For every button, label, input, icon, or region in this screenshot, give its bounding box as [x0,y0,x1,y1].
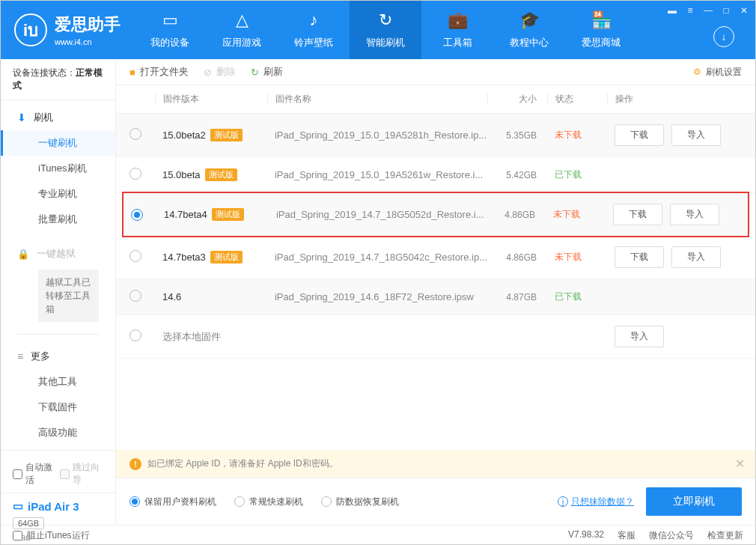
download-button[interactable]: 下载 [615,124,664,146]
import-button[interactable]: 导入 [670,204,719,225]
only-erase-link[interactable]: i只想抹除数据？ [558,496,634,508]
nav-0[interactable]: ▭我的设备 [134,1,206,59]
nav-icon: 🏪 [591,10,612,30]
content: ■打开文件夹 ⊘删除 ↻刷新 ⚙刷机设置 固件版本 固件名称 大小 状态 操作 … [116,59,755,525]
skip-guide-checkbox[interactable]: 跳过向导 [60,461,103,487]
maximize-icon[interactable]: □ [721,5,731,16]
row-radio[interactable] [129,329,141,341]
window-controls: ▬ ≡ — □ ✕ [667,5,749,16]
sidebar-item[interactable]: 一键刷机 [1,130,115,156]
sidebar-group-flash[interactable]: ⬇ 刷机 [1,105,115,130]
nav-2[interactable]: ♪铃声壁纸 [278,1,350,59]
check-update-link[interactable]: 检查更新 [707,529,743,542]
delete-icon: ⊘ [204,67,212,78]
table-row[interactable]: 15.0beta2测试版iPad_Spring_2019_15.0_19A528… [116,114,755,157]
import-button[interactable]: 导入 [671,246,721,268]
flash-now-button[interactable]: 立即刷机 [646,487,742,516]
version-label: V7.98.32 [568,529,604,542]
table-row[interactable]: 14.7beta4测试版iPad_Spring_2019_14.7_18G505… [122,192,749,237]
main-nav: ▭我的设备△应用游戏♪铃声壁纸↻智能刷机💼工具箱🎓教程中心🏪爱思商城 [134,1,637,59]
option-anti-loss[interactable]: 防数据恢复刷机 [321,496,399,508]
option-normal-fast[interactable]: 常规快速刷机 [234,496,303,508]
block-itunes-checkbox[interactable]: 阻止iTunes运行 [13,529,90,542]
options-bar: 保留用户资料刷机 常规快速刷机 防数据恢复刷机 i只想抹除数据？ 立即刷机 [116,478,755,525]
more-icon: ≡ [17,350,23,362]
nav-icon: ♪ [310,10,318,30]
nav-icon: △ [236,10,249,30]
option-keep-data[interactable]: 保留用户资料刷机 [129,496,216,508]
jailbreak-note: 越狱工具已转移至工具箱 [38,270,99,322]
auto-activate-checkbox[interactable]: 自动激活 [13,461,55,487]
sidebar-item[interactable]: 批量刷机 [1,207,115,232]
toolbar: ■打开文件夹 ⊘删除 ↻刷新 ⚙刷机设置 [116,59,755,85]
nav-icon: 💼 [448,10,468,30]
device-name: ▭ iPad Air 3 [13,499,103,513]
device-icon: ▭ [13,499,23,513]
table-row[interactable]: 14.6iPad_Spring_2019_14.6_18F72_Restore.… [116,279,755,315]
flash-icon: ⬇ [17,112,26,124]
table-row-local[interactable]: 选择本地固件导入 [116,315,755,359]
app-url: www.i4.cn [55,37,121,46]
wechat-link[interactable]: 微信公众号 [649,529,694,542]
download-button[interactable]: ↓ [713,26,734,47]
minimize-icon[interactable]: — [703,5,713,16]
gear-icon: ⚙ [693,67,701,77]
warning-bar: ! 如已绑定 Apple ID，请准备好 Apple ID和密码。 ✕ [116,450,755,478]
folder-icon: ■ [129,67,135,78]
warning-icon: ! [129,458,141,470]
close-icon[interactable]: ✕ [739,5,749,16]
sidebar: 设备连接状态：正常模式 ⬇ 刷机 一键刷机iTunes刷机专业刷机批量刷机 🔒 … [1,59,116,525]
refresh-button[interactable]: ↻刷新 [251,65,283,79]
warning-close-button[interactable]: ✕ [735,457,745,471]
table-header: 固件版本 固件名称 大小 状态 操作 [116,85,755,114]
nav-icon: ↻ [379,10,392,30]
tshirt-icon[interactable]: ▬ [667,5,677,16]
refresh-icon: ↻ [251,67,259,78]
menu-icon[interactable]: ≡ [685,5,695,16]
sidebar-item[interactable]: 其他工具 [1,369,115,395]
download-button[interactable]: 下载 [615,246,664,268]
table-row[interactable]: 15.0beta测试版iPad_Spring_2019_15.0_19A5261… [116,157,755,193]
delete-button[interactable]: ⊘删除 [204,65,236,79]
app-logo: iบ 爱思助手 www.i4.cn [1,13,134,46]
sidebar-group-more[interactable]: ≡ 更多 [1,344,115,369]
sidebar-item[interactable]: 下载固件 [1,395,115,420]
row-radio[interactable] [129,250,141,262]
import-button[interactable]: 导入 [615,326,664,347]
lock-icon: 🔒 [17,249,29,260]
logo-icon: iบ [14,13,47,46]
nav-6[interactable]: 🏪爱思商城 [565,1,637,59]
sidebar-item[interactable]: 高级功能 [1,420,115,445]
nav-4[interactable]: 💼工具箱 [421,1,493,59]
download-button[interactable]: 下载 [613,204,662,225]
sidebar-item[interactable]: 专业刷机 [1,181,115,207]
app-header: iบ 爱思助手 www.i4.cn ▭我的设备△应用游戏♪铃声壁纸↻智能刷机💼工… [1,1,755,59]
flash-settings-button[interactable]: ⚙刷机设置 [693,66,742,79]
import-button[interactable]: 导入 [671,124,721,146]
sidebar-group-jailbreak: 🔒 一键越狱 [1,241,115,267]
connection-status: 设备连接状态：正常模式 [1,59,115,100]
info-icon: i [558,496,568,507]
row-radio[interactable] [129,128,141,140]
storage-badge: 64GB [13,517,44,529]
nav-icon: ▭ [162,10,178,30]
sidebar-item[interactable]: iTunes刷机 [1,156,115,181]
app-name: 爱思助手 [55,13,121,36]
nav-1[interactable]: △应用游戏 [206,1,278,59]
nav-5[interactable]: 🎓教程中心 [493,1,565,59]
service-link[interactable]: 客服 [618,529,635,542]
row-radio[interactable] [131,209,143,221]
row-radio[interactable] [129,168,141,180]
nav-3[interactable]: ↻智能刷机 [350,1,421,59]
row-radio[interactable] [129,290,141,302]
table-row[interactable]: 14.7beta3测试版iPad_Spring_2019_14.7_18G504… [116,236,755,279]
nav-icon: 🎓 [519,10,540,30]
open-folder-button[interactable]: ■打开文件夹 [129,65,189,79]
